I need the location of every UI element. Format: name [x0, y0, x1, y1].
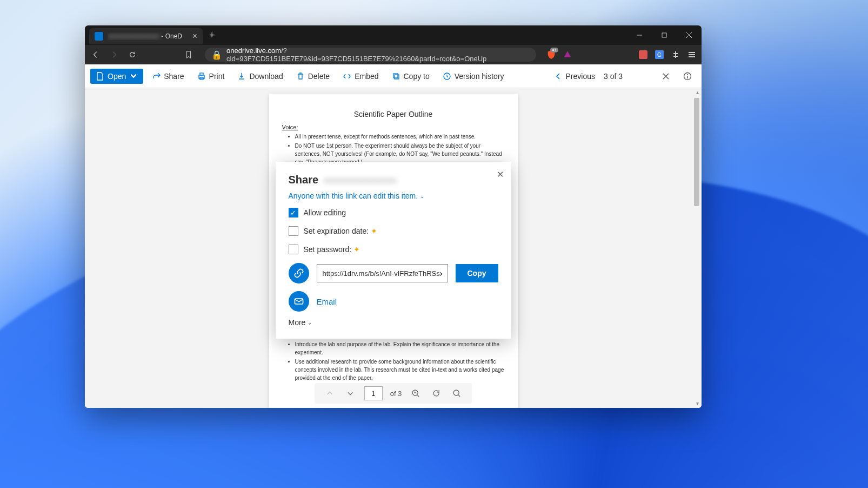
- browser-tab[interactable]: xxxxxxxxxxxxxxxx - OneD ×: [89, 28, 203, 44]
- info-button[interactable]: [679, 68, 696, 85]
- document-viewport: Scientific Paper Outline Voice: All in p…: [85, 88, 702, 408]
- page-indicator: 3 of 3: [604, 72, 623, 81]
- permission-dropdown[interactable]: Anyone with this link can edit this item…: [289, 192, 498, 200]
- vertical-scrollbar[interactable]: ▴ ▾: [694, 88, 700, 408]
- doc-lower-list: Introduce the lab and purpose of the lab…: [282, 340, 505, 382]
- lock-icon: 🔒: [211, 50, 222, 60]
- more-dropdown[interactable]: More⌄: [289, 318, 498, 327]
- svg-rect-4: [639, 50, 647, 59]
- allow-editing-option[interactable]: Allow editing: [289, 208, 498, 217]
- svg-rect-1: [662, 33, 666, 37]
- svg-point-25: [453, 390, 459, 395]
- shields-count-badge: 41: [550, 48, 558, 52]
- svg-rect-14: [395, 75, 399, 79]
- close-panel-button[interactable]: [657, 68, 675, 85]
- chevron-down-icon: ⌄: [420, 193, 424, 199]
- new-tab-button[interactable]: +: [209, 30, 215, 41]
- svg-line-23: [417, 395, 419, 397]
- forward-button[interactable]: [108, 48, 121, 61]
- svg-text:G: G: [657, 52, 662, 58]
- window-maximize-button[interactable]: [652, 25, 677, 45]
- premium-icon: ✦: [371, 227, 377, 235]
- previous-button[interactable]: Previous: [550, 69, 599, 84]
- allow-editing-checkbox[interactable]: [289, 208, 298, 217]
- email-option[interactable]: Email: [289, 291, 498, 312]
- scroll-up-arrow[interactable]: ▴: [694, 89, 700, 96]
- doc-title: Scientific Paper Outline: [282, 110, 505, 118]
- zoom-out-button[interactable]: [409, 387, 422, 400]
- copy-to-button[interactable]: Copy to: [388, 69, 434, 84]
- extension-icon-1[interactable]: [638, 49, 649, 60]
- svg-rect-13: [393, 74, 398, 78]
- back-button[interactable]: [89, 48, 102, 61]
- menu-icon[interactable]: [686, 49, 697, 60]
- scroll-down-arrow[interactable]: ▾: [694, 400, 700, 407]
- reload-button[interactable]: [126, 48, 139, 61]
- brave-shields-icon[interactable]: 41: [546, 49, 557, 60]
- url-text: onedrive.live.com/?cid=93F7CD5151BE7E79&…: [226, 47, 530, 63]
- tab-title: xxxxxxxxxxxxxxxx - OneD: [108, 32, 188, 40]
- scrollbar-thumb[interactable]: [694, 98, 699, 206]
- email-icon: [289, 291, 309, 312]
- chevron-down-icon: ⌄: [308, 320, 312, 326]
- download-button[interactable]: Download: [233, 69, 287, 84]
- open-button[interactable]: Open: [90, 69, 143, 84]
- link-icon: [289, 263, 309, 283]
- browser-window: xxxxxxxxxxxxxxxx - OneD × + 🔒 onedrive.l…: [85, 25, 702, 408]
- print-button[interactable]: Print: [193, 69, 229, 84]
- page-number-input[interactable]: [364, 386, 383, 400]
- share-link-input[interactable]: [317, 264, 448, 282]
- onedrive-toolbar: Open Share Print Download Delete Embed C…: [85, 64, 702, 88]
- window-minimize-button[interactable]: [627, 25, 652, 45]
- svg-line-26: [458, 395, 460, 397]
- tab-close-icon[interactable]: ×: [192, 31, 197, 41]
- dialog-close-button[interactable]: ✕: [497, 169, 504, 180]
- browser-titlebar: xxxxxxxxxxxxxxxx - OneD × +: [85, 25, 702, 45]
- onedrive-favicon-icon: [95, 32, 103, 41]
- browser-addressbar: 🔒 onedrive.live.com/?cid=93F7CD5151BE7E7…: [85, 45, 702, 64]
- password-checkbox[interactable]: [289, 245, 298, 254]
- delete-button[interactable]: Delete: [292, 69, 334, 84]
- search-button[interactable]: [450, 387, 463, 400]
- embed-button[interactable]: Embed: [338, 69, 383, 84]
- page-down-button[interactable]: [344, 387, 357, 400]
- page-up-button[interactable]: [323, 387, 336, 400]
- set-expiration-option[interactable]: Set expiration date:✦: [289, 226, 498, 236]
- url-input[interactable]: 🔒 onedrive.live.com/?cid=93F7CD5151BE7E7…: [205, 48, 536, 62]
- rotate-button[interactable]: [430, 387, 443, 400]
- set-password-option[interactable]: Set password:✦: [289, 245, 498, 254]
- doc-section-voice: Voice:: [282, 124, 505, 130]
- copy-button[interactable]: Copy: [456, 264, 498, 282]
- brave-rewards-icon[interactable]: [562, 49, 573, 60]
- extensions-icon[interactable]: [670, 49, 681, 60]
- bookmark-icon[interactable]: [182, 48, 195, 61]
- svg-point-19: [687, 74, 688, 75]
- window-close-button[interactable]: [677, 25, 702, 45]
- doc-voice-list: All in present tense, except for methods…: [282, 133, 505, 166]
- share-button[interactable]: Share: [148, 69, 188, 84]
- svg-rect-11: [200, 73, 203, 75]
- pdf-page-controls: of 3: [315, 383, 472, 404]
- translate-icon[interactable]: G: [654, 49, 665, 60]
- version-history-button[interactable]: Version history: [438, 69, 509, 84]
- expiration-checkbox[interactable]: [289, 226, 298, 236]
- page-total: of 3: [390, 390, 402, 398]
- share-heading: Share xxxxxxxxxxxxxxxxxx: [289, 174, 498, 186]
- share-dialog: ✕ Share xxxxxxxxxxxxxxxxxx Anyone with t…: [276, 162, 511, 339]
- premium-icon: ✦: [353, 245, 360, 254]
